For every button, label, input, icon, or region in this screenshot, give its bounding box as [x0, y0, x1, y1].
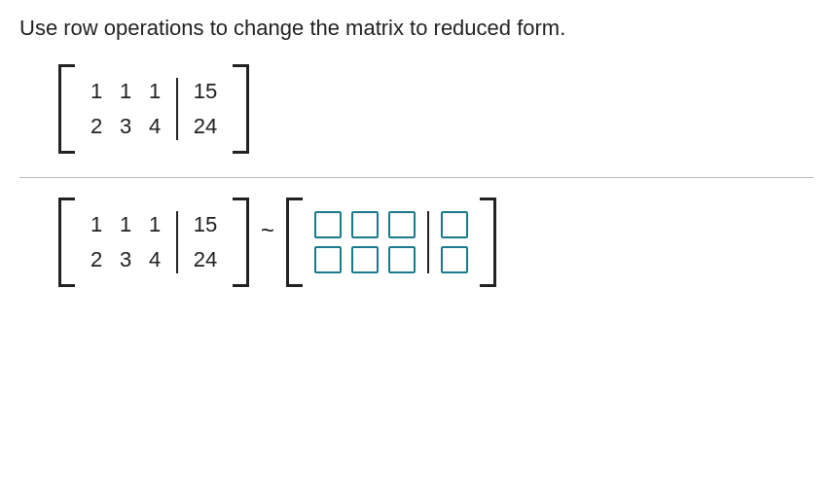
bracket-right-icon [233, 64, 249, 154]
matrix-cell: 1 [118, 74, 133, 109]
matrix-cell: 1 [89, 74, 104, 109]
matrix-row: 1 1 1 [89, 74, 163, 109]
answer-input-r2c3[interactable] [388, 246, 416, 273]
answer-input-r2c1[interactable] [314, 246, 342, 273]
answer-row-2 [314, 242, 416, 277]
answer-row: 1 1 1 2 3 4 15 24 [19, 198, 814, 310]
matrix-row: 1 1 1 [89, 207, 163, 242]
augment-bar-icon [176, 78, 178, 140]
answer-left-block [308, 207, 421, 277]
tilde-symbol: ~ [257, 217, 278, 268]
divider [19, 177, 814, 178]
answer-right-block [435, 207, 474, 277]
answer-input-r1c2[interactable] [351, 211, 379, 238]
given-matrix-area: 1 1 1 2 3 4 15 24 [19, 64, 814, 177]
answer-row-2-aug [441, 242, 468, 277]
matrix-row: 15 [192, 207, 219, 242]
answer-input-r1c1[interactable] [314, 211, 342, 238]
matrix-cell: 1 [118, 207, 133, 242]
matrix-cell: 24 [192, 109, 219, 144]
augment-bar-icon [176, 211, 178, 273]
matrix-cell: 4 [147, 109, 163, 144]
given-matrix-right-block: 15 24 [184, 74, 227, 144]
matrix-row: 24 [192, 242, 219, 277]
repeat-matrix-left-block: 1 1 1 2 3 4 [81, 207, 170, 277]
matrix-row: 24 [192, 109, 219, 144]
matrix-cell: 1 [147, 74, 163, 109]
augment-bar-icon [427, 211, 429, 273]
matrix-cell: 1 [147, 207, 163, 242]
matrix-cell: 15 [192, 74, 219, 109]
given-matrix: 1 1 1 2 3 4 15 24 [58, 64, 814, 154]
answer-row-1-aug [441, 207, 468, 242]
matrix-cell: 15 [192, 207, 219, 242]
answer-input-r2c2[interactable] [351, 246, 379, 273]
question-prompt: Use row operations to change the matrix … [19, 16, 814, 41]
matrix-cell: 3 [118, 242, 133, 277]
answer-input-r1c3[interactable] [388, 211, 416, 238]
bracket-left-icon [286, 198, 303, 287]
repeat-matrix: 1 1 1 2 3 4 15 24 [58, 198, 249, 287]
matrix-row: 15 [192, 74, 219, 109]
matrix-cell: 2 [89, 242, 104, 277]
matrix-row: 2 3 4 [89, 109, 163, 144]
bracket-right-icon [480, 198, 496, 287]
answer-input-r1c4[interactable] [441, 211, 468, 238]
matrix-cell: 1 [89, 207, 104, 242]
repeat-matrix-right-block: 15 24 [184, 207, 227, 277]
matrix-cell: 4 [147, 242, 163, 277]
answer-matrix [286, 198, 496, 287]
matrix-cell: 3 [118, 109, 133, 144]
matrix-cell: 24 [192, 242, 219, 277]
bracket-left-icon [58, 64, 75, 154]
answer-input-r2c4[interactable] [441, 246, 468, 273]
bracket-right-icon [233, 198, 249, 287]
given-matrix-left-block: 1 1 1 2 3 4 [81, 74, 170, 144]
matrix-cell: 2 [89, 109, 104, 144]
bracket-left-icon [58, 198, 75, 287]
answer-row-1 [314, 207, 416, 242]
matrix-row: 2 3 4 [89, 242, 163, 277]
